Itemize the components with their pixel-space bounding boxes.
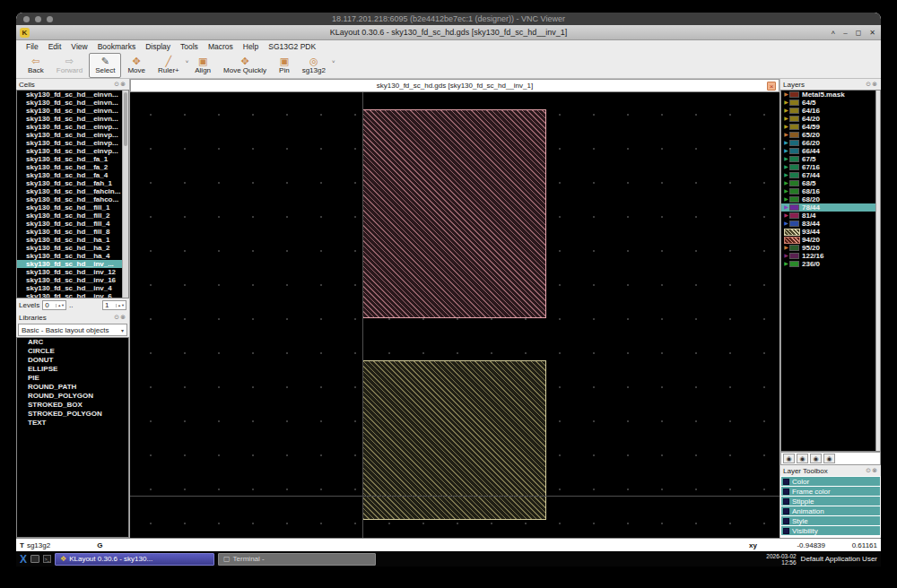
levels-from-stepper[interactable]: 0 ▲▼ — [42, 300, 66, 310]
expand-arrow-icon[interactable]: ▶ — [783, 260, 789, 268]
cell-list-item[interactable]: sky130_fd_sc_hd__inv_6 — [17, 292, 128, 298]
layer-row-65-20[interactable]: ▶65/20 — [781, 131, 880, 139]
panel-header-icons[interactable]: ⊙⊗ — [114, 81, 126, 88]
toolbox-checkbox[interactable] — [783, 498, 789, 505]
expand-arrow-icon[interactable]: ▶ — [783, 115, 789, 123]
expand-arrow-icon[interactable]: ▶ — [783, 179, 789, 187]
menu-edit[interactable]: Edit — [44, 42, 66, 51]
stepper-arrows-icon[interactable]: ▲▼ — [56, 304, 65, 307]
scrollbar-thumb[interactable] — [124, 92, 127, 146]
show-eye-icon[interactable]: ◉ — [797, 454, 808, 463]
panel-header-icons[interactable]: ⊙⊗ — [866, 467, 878, 474]
expand-arrow-icon[interactable]: ▶ — [783, 131, 789, 139]
expand-arrow-icon[interactable]: ▶ — [783, 107, 789, 115]
cell-list-item[interactable]: sky130_fd_sc_hd__fa_4 — [17, 171, 128, 179]
cell-list-item[interactable]: sky130_fd_sc_hd__einvp... — [17, 123, 128, 131]
layer-row-metal5-mask[interactable]: ▶Metal5.mask — [781, 91, 880, 99]
layer-row-64-20[interactable]: ▶64/20 — [781, 115, 880, 123]
layer-swatch[interactable] — [789, 212, 799, 219]
hide-eye-icon[interactable]: ◉ — [810, 454, 822, 463]
library-item-text[interactable]: TEXT — [17, 419, 128, 428]
menu-macros[interactable]: Macros — [204, 42, 238, 51]
cell-list-item[interactable]: sky130_fd_sc_hd__einvp... — [17, 139, 128, 147]
menu-bookmarks[interactable]: Bookmarks — [93, 42, 141, 51]
library-item-stroked-box[interactable]: STROKED_BOX — [17, 401, 128, 410]
menu-help[interactable]: Help — [239, 42, 263, 51]
layer-row-122-16[interactable]: ▶122/16 — [781, 252, 880, 260]
hide-all-eye-icon[interactable]: ◉ — [823, 454, 835, 463]
library-item-pie[interactable]: PIE — [17, 374, 128, 383]
cell-list-item[interactable]: sky130_fd_sc_hd__fill_1 — [17, 203, 128, 212]
expand-arrow-icon[interactable]: ▶ — [783, 163, 789, 171]
cell-list-item[interactable]: sky130_fd_sc_hd__einvn... — [17, 91, 128, 99]
cells-scrollbar[interactable] — [122, 91, 128, 298]
klayout-titlebar[interactable]: K KLayout 0.30.6 - sky130_fd_sc_hd.gds [… — [16, 25, 881, 40]
taskbar-klayout-button[interactable]: ❖ KLayout 0.30.6 - sky130... — [55, 553, 214, 566]
menu-sg13g2-pdk[interactable]: SG13G2 PDK — [264, 42, 320, 51]
taskbar-terminal-button[interactable]: ▢ Terminal - — [218, 553, 376, 566]
library-item-round-path[interactable]: ROUND_PATH — [17, 383, 128, 392]
layer-row-67-44[interactable]: ▶67/44 — [781, 171, 880, 179]
cell-list-item[interactable]: sky130_fd_sc_hd__fah_1 — [17, 179, 128, 187]
expand-arrow-icon[interactable]: ▶ — [783, 139, 789, 147]
toolbox-row-frame-color[interactable]: Frame color — [781, 487, 880, 496]
expand-arrow-icon[interactable]: ▶ — [783, 195, 789, 203]
dropdown-arrow-icon[interactable]: ˅ — [332, 59, 335, 65]
layer-row-95-20[interactable]: ▶95/20 — [781, 244, 880, 252]
cell-list-item[interactable]: sky130_fd_sc_hd__fill_2 — [17, 212, 128, 220]
layer-swatch[interactable] — [789, 108, 799, 114]
shade-button[interactable]: ˄ — [832, 29, 836, 37]
layer-swatch[interactable] — [789, 140, 799, 146]
close-button[interactable]: ✕ — [869, 29, 875, 37]
toolbox-checkbox[interactable] — [783, 479, 789, 485]
cell-list-item[interactable]: sky130_fd_sc_hd__fa_1 — [17, 155, 128, 163]
library-item-round-polygon[interactable]: ROUND_POLYGON — [17, 392, 128, 401]
toolbox-row-visibility[interactable]: Visibility — [781, 526, 880, 535]
levels-from-value[interactable]: 0 — [43, 301, 56, 309]
layer-row-83-44[interactable]: ▶83/44 — [781, 220, 880, 228]
panel-header-icons[interactable]: ⊙⊗ — [866, 81, 878, 88]
show-all-eye-icon[interactable]: ◉ — [783, 454, 795, 463]
cell-list-item[interactable]: sky130_fd_sc_hd__inv_... — [17, 260, 128, 268]
expand-arrow-icon[interactable]: ▶ — [783, 203, 789, 212]
cell-list-item[interactable]: sky130_fd_sc_hd__einvp... — [17, 147, 128, 155]
layer-swatch[interactable] — [789, 148, 799, 154]
layer-swatch[interactable] — [789, 116, 799, 122]
layer-row-68-5[interactable]: ▶68/5 — [781, 179, 880, 187]
layer-row-78-44[interactable]: ▶78/44 — [781, 203, 880, 212]
layer-row-94-20[interactable]: 94/20 — [781, 236, 880, 244]
layout-tab-title[interactable]: sky130_fd_sc_hd.gds [sky130_fd_sc_hd__in… — [131, 82, 779, 90]
terminal-mini-icon[interactable]: >_ — [43, 555, 51, 563]
toolbox-checkbox[interactable] — [783, 489, 789, 495]
expand-arrow-icon[interactable]: ▶ — [783, 171, 789, 179]
layer-row-64-16[interactable]: ▶64/16 — [781, 107, 880, 115]
cell-list-item[interactable]: sky130_fd_sc_hd__inv_4 — [17, 284, 128, 292]
clock[interactable]: 2026-03-02 12:56 — [766, 553, 796, 566]
expand-arrow-icon[interactable]: ▶ — [783, 123, 789, 131]
panel-header-icons[interactable]: ⊙⊗ — [114, 314, 126, 321]
library-select-dropdown[interactable]: Basic - Basic layout objects ▾ — [18, 324, 127, 336]
expand-arrow-icon[interactable]: ▶ — [783, 252, 789, 260]
toolbar-button-pin[interactable]: ▣Pin — [273, 53, 296, 78]
cell-list-item[interactable]: sky130_fd_sc_hd__fill_8 — [17, 228, 128, 236]
layer-row-68-20[interactable]: ▶68/20 — [781, 195, 880, 203]
cell-list-item[interactable]: sky130_fd_sc_hd__ha_4 — [17, 252, 128, 260]
cell-list-item[interactable]: sky130_fd_sc_hd__einvn... — [17, 107, 128, 115]
toolbox-row-style[interactable]: Style — [781, 516, 880, 525]
expand-arrow-icon[interactable]: ▶ — [783, 212, 789, 220]
cell-list-item[interactable]: sky130_fd_sc_hd__fill_4 — [17, 220, 128, 228]
library-item-stroked-polygon[interactable]: STROKED_POLYGON — [17, 410, 128, 419]
toolbar-button-sg13g2[interactable]: ◎sg13g2 — [296, 53, 332, 78]
library-item-ellipse[interactable]: ELLIPSE — [17, 365, 128, 374]
menu-file[interactable]: File — [22, 42, 43, 51]
layer-swatch[interactable] — [789, 180, 799, 186]
layer-row-67-16[interactable]: ▶67/16 — [781, 163, 880, 171]
toolbox-checkbox[interactable] — [783, 528, 789, 534]
layer-swatch[interactable] — [784, 237, 800, 244]
stepper-arrows-icon[interactable]: ▲▼ — [116, 304, 126, 307]
toolbar-button-move-quickly[interactable]: ✥Move Quickly — [217, 53, 273, 78]
file-manager-icon[interactable] — [30, 555, 39, 563]
expand-arrow-icon[interactable]: ▶ — [783, 155, 789, 163]
tab-close-icon[interactable]: × — [767, 82, 776, 91]
layer-swatch[interactable] — [789, 188, 799, 195]
